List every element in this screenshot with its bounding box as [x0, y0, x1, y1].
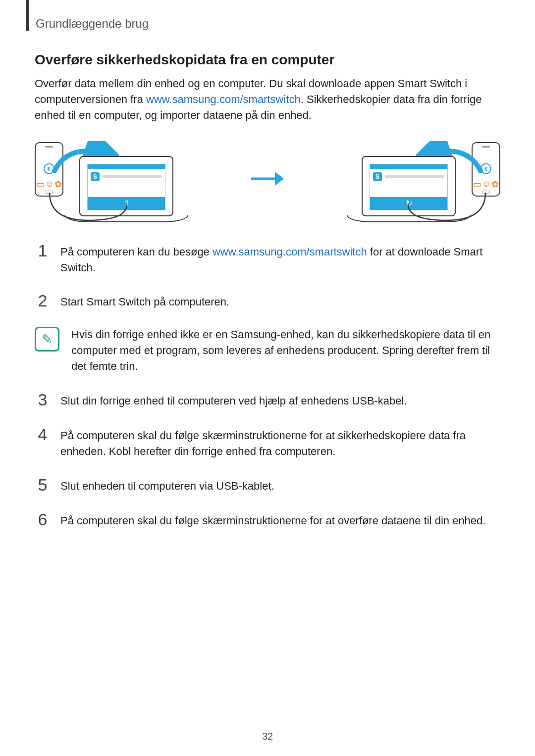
step-number: 2 — [35, 292, 51, 310]
step-link[interactable]: www.samsung.com/smartswitch — [213, 246, 367, 258]
contact-icon: ☺ — [482, 179, 491, 190]
step-body: På computeren skal du følge skærminstruk… — [60, 426, 500, 459]
arrow-right-icon — [250, 166, 285, 195]
phone-data-icons: ▭ ☺ ✿ — [473, 179, 499, 190]
header-rule — [26, 0, 29, 31]
page-number: 32 — [0, 731, 535, 742]
step-body: Start Smart Switch på computeren. — [60, 292, 500, 310]
section-title: Overføre sikkerhedskopidata fra en compu… — [35, 52, 500, 68]
usb-cable-icon — [407, 192, 486, 221]
steps-list: 1 På computeren kan du besøge www.samsun… — [35, 242, 500, 529]
step-3: 3 Slut din forrige enhed til computeren … — [35, 391, 500, 409]
gear-icon: ✿ — [54, 179, 62, 190]
step-6: 6 På computeren skal du følge skærminstr… — [35, 511, 500, 529]
step-text-pre: På computeren kan du besøge — [60, 246, 213, 258]
diagram-scene-restore: € ▭ ☺ ✿ S — [317, 138, 500, 222]
step-number: 1 — [35, 242, 51, 276]
note-callout: ✎ Hvis din forrige enhed ikke er en Sams… — [35, 327, 500, 374]
step-2: 2 Start Smart Switch på computeren. — [35, 292, 500, 310]
note-pencil-icon: ✎ — [35, 327, 59, 352]
step-1: 1 På computeren kan du besøge www.samsun… — [35, 242, 500, 276]
header-breadcrumb: Grundlæggende brug — [36, 17, 149, 31]
note-text: Hvis din forrige enhed ikke er en Samsun… — [71, 327, 500, 374]
contact-icon: ☺ — [45, 179, 54, 190]
gear-icon: ✿ — [491, 179, 499, 190]
step-body: På computeren kan du besøge www.samsung.… — [60, 242, 500, 276]
smartswitch-logo-icon: S — [373, 172, 382, 181]
step-body: Slut din forrige enhed til computeren ve… — [60, 391, 500, 409]
usb-cable-icon — [49, 192, 128, 221]
intro-link[interactable]: www.samsung.com/smartswitch — [146, 93, 301, 105]
msg-icon: ▭ — [36, 179, 45, 190]
step-body: Slut enheden til computeren via USB-kabl… — [60, 476, 500, 494]
step-5: 5 Slut enheden til computeren via USB-ka… — [35, 476, 500, 494]
step-number: 6 — [35, 511, 51, 529]
intro-paragraph: Overfør data mellem din enhed og en comp… — [35, 76, 500, 123]
step-4: 4 På computeren skal du følge skærminstr… — [35, 426, 500, 459]
phone-data-icons: ▭ ☺ ✿ — [36, 179, 62, 190]
transfer-diagram: € ▭ ☺ ✿ S — [35, 138, 500, 222]
msg-icon: ▭ — [473, 179, 482, 190]
step-number: 5 — [35, 476, 51, 494]
diagram-scene-backup: € ▭ ☺ ✿ S — [35, 138, 218, 222]
step-number: 3 — [35, 391, 51, 409]
content-area: Overføre sikkerhedskopidata fra en compu… — [35, 0, 500, 528]
smartswitch-logo-icon: S — [91, 172, 100, 181]
step-number: 4 — [35, 426, 51, 459]
page: Grundlæggende brug Overføre sikkerhedsko… — [0, 0, 535, 756]
step-body: På computeren skal du følge skærminstruk… — [60, 511, 500, 529]
